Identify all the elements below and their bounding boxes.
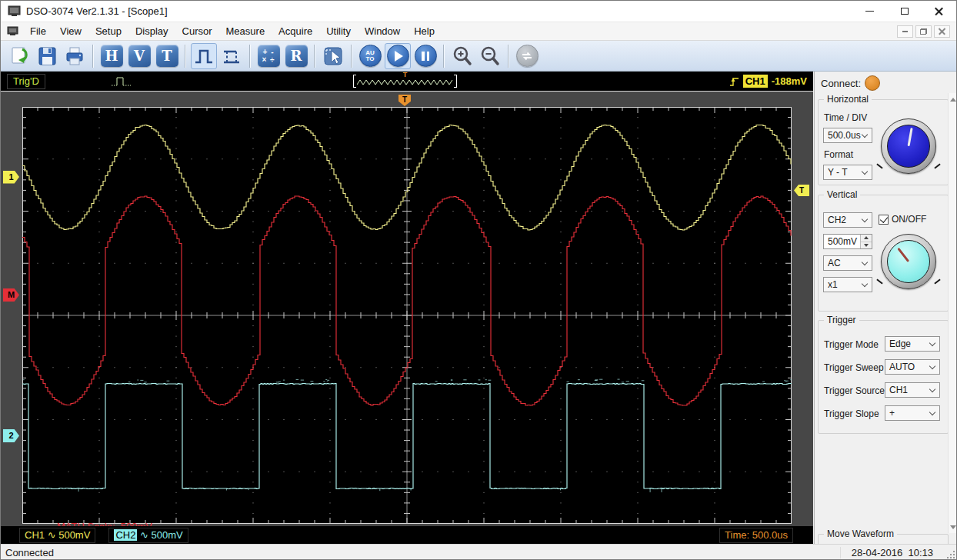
probe-select[interactable]: x1	[823, 277, 872, 292]
trigger-mode-select[interactable]: Edge	[885, 336, 940, 352]
ch2-position-marker[interactable]: 2	[3, 429, 19, 442]
preview-left-bracket-icon	[353, 75, 356, 88]
spin-down-button[interactable]	[861, 242, 872, 249]
toolbar-separator	[249, 45, 251, 68]
chevron-down-icon	[862, 132, 868, 138]
zoom-in-button[interactable]	[449, 43, 475, 69]
menu-measure[interactable]: Measure	[219, 23, 272, 39]
cursor-measure-button[interactable]	[320, 43, 346, 69]
maximize-icon	[901, 8, 909, 15]
single-pulse-button[interactable]	[191, 43, 217, 69]
vertical-settings-button[interactable]: V	[126, 43, 152, 69]
menu-setup[interactable]: Setup	[88, 23, 128, 39]
minimize-icon	[865, 11, 874, 12]
trigger-group-title: Trigger	[824, 315, 859, 325]
mdi-close-button[interactable]	[934, 25, 950, 38]
knob-max-tick	[934, 163, 940, 168]
trigger-mode-label: Trigger Mode	[824, 339, 879, 350]
zoom-in-icon	[451, 45, 474, 68]
reference-wave-button[interactable]: R	[283, 43, 309, 69]
scope-canvas	[22, 107, 792, 524]
format-select[interactable]: Y - T	[823, 165, 872, 180]
zoom-out-button[interactable]	[477, 43, 503, 69]
panel-scrollbar[interactable]	[948, 93, 957, 533]
menu-view[interactable]: View	[53, 23, 88, 39]
scope-grid[interactable]: MATH Scale: 500mV	[22, 107, 792, 524]
t-letter-icon: T	[156, 45, 178, 67]
trigger-source-select[interactable]: CH1	[885, 382, 940, 398]
menu-window[interactable]: Window	[358, 23, 407, 39]
connect-label: Connect:	[821, 78, 861, 89]
close-button[interactable]	[922, 1, 956, 22]
trigger-sweep-select[interactable]: AUTO	[885, 359, 940, 375]
trigger-level-marker[interactable]: T	[794, 185, 809, 196]
print-button[interactable]	[62, 43, 88, 69]
ch2-scale-badge[interactable]: CH2 ∿ 500mV	[108, 528, 188, 543]
readout-bar: Trig'D T CH1 -188mV	[1, 72, 813, 92]
trigger-slope-select[interactable]: +	[885, 405, 940, 421]
toolbar-separator	[508, 45, 509, 68]
preview-wave	[357, 73, 453, 89]
connect-indicator-button[interactable]	[865, 75, 880, 91]
pulse-train-button[interactable]	[218, 43, 245, 69]
channel-onoff-checkbox[interactable]: ON/OFF	[879, 214, 926, 225]
refresh-button[interactable]	[514, 43, 540, 69]
resize-grip[interactable]	[945, 549, 955, 558]
pulse-dashed-icon	[221, 45, 242, 67]
scroll-down-icon	[950, 525, 956, 529]
chevron-down-icon	[862, 168, 868, 175]
app-window: DSO-3074 Ver2.1.31 - [Scope1] File View …	[0, 0, 957, 560]
auto-icon: AUTO	[359, 45, 382, 67]
scroll-down-button[interactable]	[949, 522, 957, 532]
status-bar: Connected 28-04-2016 10:13	[1, 544, 956, 560]
horizontal-position-knob[interactable]	[881, 118, 936, 174]
toolbar-separator	[351, 45, 352, 68]
mdi-minimize-button[interactable]	[897, 25, 913, 38]
scroll-up-button[interactable]	[949, 94, 957, 105]
menu-display[interactable]: Display	[128, 23, 175, 39]
waveform-preview[interactable]: T	[353, 73, 457, 89]
time-div-select[interactable]: 500.0us	[823, 128, 872, 143]
h-letter-icon: H	[101, 45, 123, 67]
trigger-settings-button[interactable]: T	[154, 43, 180, 69]
pulse-icon	[193, 45, 215, 67]
move-waveform-group: Move Waveform	[818, 534, 949, 544]
menu-cursor[interactable]: Cursor	[175, 23, 219, 39]
menu-utility[interactable]: Utility	[319, 23, 358, 39]
channel-select[interactable]: CH2	[823, 212, 872, 228]
r-letter-icon: R	[285, 45, 308, 67]
refresh-disabled-icon	[516, 45, 539, 67]
menu-help[interactable]: Help	[407, 23, 442, 39]
spin-up-button[interactable]	[861, 235, 872, 242]
horizontal-group-title: Horizontal	[824, 94, 872, 105]
pause-button[interactable]	[412, 43, 438, 69]
open-button[interactable]	[6, 43, 32, 69]
horizontal-group: Horizontal Time / DIV 500.0us Format Y -…	[818, 99, 949, 185]
trigger-position-marker[interactable]: T	[398, 95, 411, 106]
minimize-button[interactable]	[852, 1, 887, 22]
volts-div-stepper[interactable]: 500mV	[823, 234, 872, 249]
maximize-button[interactable]	[887, 1, 922, 22]
ch1-position-marker[interactable]: 1	[3, 171, 19, 184]
close-icon	[939, 28, 945, 35]
vertical-position-knob[interactable]	[881, 234, 936, 289]
chevron-down-icon	[929, 386, 935, 392]
save-button[interactable]	[34, 43, 60, 69]
horizontal-settings-button[interactable]: H	[98, 43, 125, 69]
math-button[interactable]: + -× ÷	[255, 43, 282, 69]
autoset-button[interactable]: AUTO	[357, 43, 383, 69]
knob-pointer	[897, 248, 909, 262]
menu-file[interactable]: File	[23, 23, 53, 39]
restore-icon	[920, 28, 927, 35]
trigger-level-value: -188mV	[772, 75, 807, 87]
ch1-scale-badge[interactable]: CH1 ∿ 500mV	[19, 528, 95, 543]
knob-pointer	[908, 128, 913, 146]
math-position-marker[interactable]: M	[3, 288, 19, 302]
toolbar-separator	[185, 45, 186, 68]
mdi-restore-button[interactable]	[915, 25, 932, 38]
coupling-select[interactable]: AC	[823, 255, 872, 271]
channel-bar: CH1 ∿ 500mV CH2 ∿ 500mV Time: 500.0us	[1, 526, 813, 544]
run-button[interactable]	[385, 43, 411, 69]
toolbar: H V T + -× ÷ R AUTO	[1, 41, 956, 72]
menu-acquire[interactable]: Acquire	[272, 23, 319, 39]
